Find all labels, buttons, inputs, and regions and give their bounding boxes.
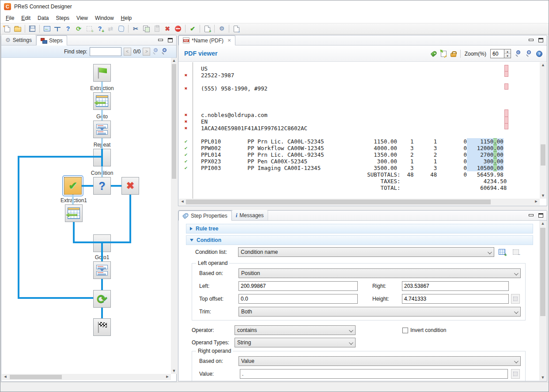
menu-edit[interactable]: Edit [18,14,34,23]
zoom-decrement-icon[interactable]: ▼ [504,54,511,58]
paste-icon[interactable] [152,24,162,33]
flow-node-extraction[interactable] [93,92,111,110]
zoom-in-icon[interactable]: + [515,50,522,57]
maximize-panel-icon[interactable] [538,38,543,42]
value-input[interactable] [240,369,508,379]
menu-view[interactable]: View [73,14,91,23]
flow-node-goto[interactable] [93,121,111,138]
flow-node-end[interactable] [93,318,111,336]
pdf-content[interactable]: US✖22522-3987✖(555) 958-1990, #992✖c.nob… [179,62,546,205]
minimize-panel-icon[interactable] [528,38,533,42]
show-datamodel-panel-icon[interactable] [42,24,52,33]
export-template-icon[interactable]: → [231,24,241,33]
minimize-panel-icon[interactable] [158,38,163,42]
flow-node-loop[interactable]: ⟳ [93,290,111,308]
tab-name-pdf[interactable]: *Name (PDF) ✕ [178,35,235,45]
sync-data-icon[interactable]: ⟳ [74,24,83,33]
flow-node-condition-true[interactable]: ✔ [64,177,82,195]
condition-list-combo[interactable]: Condition name [238,247,494,257]
help-step-icon[interactable]: ? [63,24,73,33]
top-offset-input[interactable] [239,294,358,304]
flow-node-goto1[interactable] [93,261,111,279]
tab-steps[interactable]: Steps [36,35,67,45]
chevron-down-icon [514,309,519,314]
tag-icon[interactable] [430,50,437,57]
invert-condition-checkbox[interactable] [402,328,408,333]
based-on-combo[interactable]: Position [239,268,521,278]
zoom-out-icon[interactable]: − [161,48,168,55]
flow-node-condition-false[interactable]: ✖ [121,177,139,195]
value-picker-button[interactable] [511,369,520,379]
menu-data[interactable]: Data [34,14,52,23]
process-gears-icon[interactable]: ⚙ [217,24,227,33]
zoom-spinner[interactable]: ▲▼ [490,49,511,58]
flow-horizontal-scrollbar[interactable]: ◄ ► [2,374,171,380]
menu-window[interactable]: Window [91,14,117,23]
cut-icon[interactable]: ✂ [131,24,140,33]
app-logo-icon: C [4,3,11,10]
minimize-panel-icon[interactable] [528,213,533,218]
export-edit-icon[interactable] [441,51,447,57]
operand-types-combo[interactable]: String [235,338,356,347]
zoom-increment-icon[interactable]: ▲ [504,49,511,54]
pick-region-button[interactable] [511,294,520,304]
pdf-vertical-scrollbar[interactable]: ▲ ▼ [540,62,546,199]
flow-node-extraction1[interactable] [65,204,83,222]
operator-label: Operator: [192,325,214,335]
find-step-input[interactable] [90,47,121,56]
section-rule-tree[interactable]: Rule tree [186,224,533,234]
copy-icon[interactable] [141,24,151,33]
menu-steps[interactable]: Steps [52,14,73,23]
new-template-icon[interactable]: ✦ [2,24,12,33]
find-next-button[interactable]: > [143,48,150,56]
trim-combo[interactable]: Both [239,307,521,317]
props-body: Rule tree Condition Condition list: Cond… [179,221,539,381]
flow-node-start[interactable] [93,64,111,82]
match-icon: ✔ [182,138,189,145]
menu-help[interactable]: Help [117,14,136,23]
save-icon[interactable] [27,24,37,33]
zoom-out-icon[interactable]: − [526,50,532,57]
remove-condition-icon[interactable] [513,249,519,255]
left-input[interactable] [239,281,358,291]
replace-step-icon[interactable]: ⇄ [106,24,115,33]
tab-settings[interactable]: Settings [1,35,36,45]
height-input[interactable] [402,294,509,304]
left-operand-title: Left operand [196,260,229,266]
script-icon[interactable] [116,24,126,33]
zoom-value-input[interactable] [491,49,504,58]
right-based-on-combo[interactable]: Value [239,356,521,366]
operator-combo[interactable]: contains [235,325,356,335]
flow-node-condition[interactable]: ? [93,177,111,195]
open-icon[interactable] [13,24,23,33]
maximize-panel-icon[interactable] [538,213,543,218]
align-steps-icon[interactable] [53,24,62,33]
menu-file[interactable]: File [2,14,18,23]
match-icon: ✔ [182,151,189,158]
section-condition[interactable]: Condition [186,235,533,245]
validate-icon[interactable]: ✔ [188,24,197,33]
flow-connector [18,156,102,158]
add-region-icon[interactable] [84,24,94,33]
new-datamodel-icon[interactable]: + [202,24,212,33]
find-prev-button[interactable]: < [124,48,131,56]
help-icon[interactable]: ? [536,51,542,57]
pdf-blank-line [179,105,539,112]
flow-canvas[interactable]: Extraction Goto Repeat Condition ✔ [2,58,171,374]
tab-step-properties[interactable]: Step Properties [178,211,232,221]
close-icon[interactable]: ✕ [227,38,231,43]
tab-messages[interactable]: i Messages [232,210,268,220]
chevron-right-icon [190,227,193,230]
maximize-panel-icon[interactable] [168,38,173,42]
lock-icon[interactable] [451,53,456,57]
right-input[interactable] [402,281,509,291]
add-condition-icon[interactable] [499,249,505,255]
disable-step-icon[interactable] [173,24,183,33]
pdf-horizontal-scrollbar[interactable]: ◄ ► [179,199,540,205]
flow-vertical-scrollbar[interactable]: ▲ ▼ [171,58,177,374]
delete-step-icon[interactable]: ✖ [163,24,172,33]
props-vertical-scrollbar[interactable]: ▲ ▼ [539,221,546,381]
zoom-in-icon[interactable]: + [152,48,159,55]
add-help-step-icon[interactable]: +? [95,24,105,33]
tag-icon [182,212,189,219]
